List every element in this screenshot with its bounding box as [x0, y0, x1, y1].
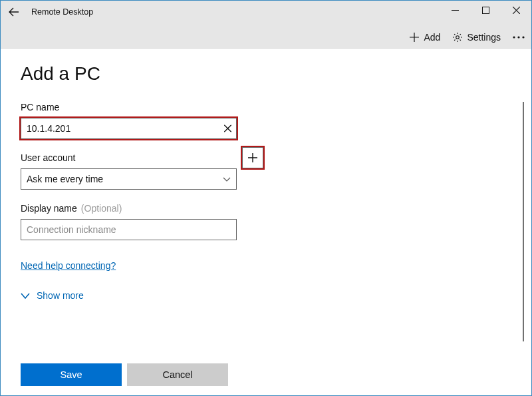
svg-rect-0: [482, 7, 489, 13]
svg-point-3: [517, 36, 519, 38]
add-button[interactable]: Add: [409, 32, 440, 43]
show-more-toggle[interactable]: Show more: [21, 290, 511, 301]
clear-pcname-button[interactable]: [224, 125, 231, 132]
plus-icon: [409, 32, 420, 43]
displayname-optional: (Optional): [81, 203, 122, 214]
settings-button[interactable]: Settings: [452, 32, 501, 43]
settings-label: Settings: [467, 32, 501, 43]
gear-icon: [452, 32, 463, 43]
scrollbar-track[interactable]: [523, 102, 524, 341]
displayname-label: Display name: [21, 203, 77, 214]
useraccount-label: User account: [21, 152, 75, 163]
more-icon: [513, 36, 525, 39]
pcname-label: PC name: [21, 102, 511, 112]
useraccount-select[interactable]: Ask me every time: [21, 168, 237, 190]
save-button[interactable]: Save: [21, 363, 122, 386]
x-icon: [224, 125, 231, 132]
close-window-button[interactable]: [501, 1, 531, 19]
arrow-left-icon: [9, 7, 19, 17]
add-useraccount-button[interactable]: [242, 147, 263, 168]
displayname-field: Display name (Optional): [21, 203, 511, 240]
maximize-icon: [482, 7, 489, 14]
svg-point-2: [513, 36, 515, 38]
useraccount-selected: Ask me every time: [27, 174, 103, 184]
more-button[interactable]: [513, 36, 525, 39]
help-link[interactable]: Need help connecting?: [21, 260, 116, 271]
close-icon: [513, 7, 520, 14]
svg-point-4: [522, 36, 524, 38]
displayname-input[interactable]: [21, 219, 237, 240]
pcname-input[interactable]: [21, 118, 237, 139]
show-more-label: Show more: [37, 290, 84, 301]
minimize-button[interactable]: [440, 1, 470, 19]
plus-icon: [248, 153, 257, 162]
minimize-icon: [452, 7, 459, 14]
cancel-button[interactable]: Cancel: [127, 363, 228, 386]
footer: Save Cancel: [21, 363, 228, 386]
chevron-down-icon: [21, 292, 30, 299]
window-title: Remote Desktop: [31, 7, 93, 17]
back-button[interactable]: [1, 1, 27, 23]
page-title: Add a PC: [21, 63, 511, 85]
titlebar: Remote Desktop Add Settings: [1, 1, 531, 49]
svg-point-1: [456, 36, 460, 39]
maximize-button[interactable]: [470, 1, 501, 19]
content: Add a PC PC name User account Ask me eve…: [1, 49, 531, 301]
add-label: Add: [424, 32, 440, 43]
chevron-down-icon: [223, 175, 231, 183]
useraccount-field: User account Ask me every time: [21, 152, 511, 190]
pcname-field: PC name: [21, 102, 511, 139]
